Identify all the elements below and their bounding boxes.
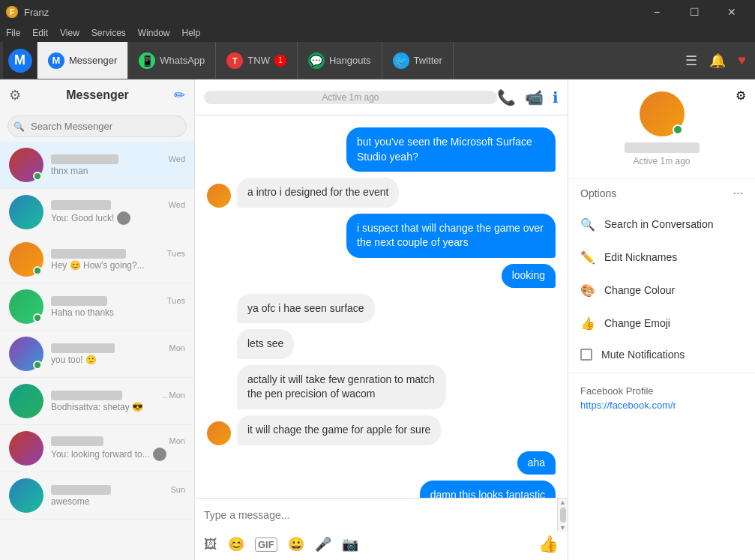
option-emoji[interactable]: 👍 Change Emoji [568, 307, 755, 340]
contact-name [51, 436, 103, 446]
contact-name [51, 249, 126, 259]
contact-preview: awesome [51, 496, 185, 507]
tab-whatsapp-label: WhatsApp [160, 55, 205, 66]
profile-avatar-wrap [640, 91, 685, 136]
titlebar-left: F Franz [6, 6, 49, 18]
info-icon[interactable]: ℹ [553, 88, 559, 106]
message-input[interactable] [204, 506, 548, 524]
camera-icon[interactable]: 📷 [342, 536, 358, 553]
bell-icon[interactable]: 🔔 [709, 52, 726, 69]
message-row: a intro i designed for the event [207, 178, 556, 208]
tab-home[interactable]: M [3, 42, 37, 79]
message-row: actally it will take few genration to ma… [207, 365, 556, 409]
phone-icon[interactable]: 📞 [497, 88, 516, 106]
option-mute[interactable]: Mute Notifications [568, 340, 755, 370]
online-indicator [33, 266, 42, 275]
online-indicator [33, 172, 42, 181]
contact-item[interactable]: Tues Haha no thanks [0, 283, 194, 331]
message-bubble: a intro i designed for the event [237, 178, 399, 208]
contact-item[interactable]: Sun awesome [0, 472, 194, 520]
gif-icon[interactable]: GIF [255, 538, 277, 552]
edit-nicknames-label: Edit Nicknames [604, 251, 677, 263]
message-bubble: it will chage the game for apple for sur… [237, 415, 441, 445]
profile-settings-icon[interactable]: ⚙ [736, 88, 746, 103]
menu-edit[interactable]: Edit [32, 28, 48, 38]
compose-icon[interactable]: ✏ [174, 87, 185, 103]
menu-services[interactable]: Services [91, 28, 126, 38]
contact-info: Mon You: looking forward to... [51, 436, 185, 461]
video-icon[interactable]: 📹 [525, 88, 544, 106]
contact-name-row: Tues [51, 249, 185, 259]
chat-area: Active 1m ago 📞 📹 ℹ but you've seen the … [195, 79, 568, 560]
settings-icon[interactable]: ⚙ [9, 87, 21, 103]
contact-time: Wed [169, 200, 185, 209]
menu-help[interactable]: Help [182, 28, 201, 38]
option-search[interactable]: 🔍 Search in Conversation [568, 208, 755, 241]
tab-twitter[interactable]: 🐦 Twitter [382, 42, 454, 79]
contact-time: Tues [167, 249, 185, 258]
contact-item[interactable]: Tues Hey 😊 How's going?... [0, 236, 194, 283]
change-colour-icon: 🎨 [580, 283, 595, 298]
contact-item[interactable]: Mon You: looking forward to... [0, 425, 194, 472]
contact-name [51, 485, 111, 495]
messages-container: but you've seen the Microsoft Surface St… [195, 115, 568, 498]
option-nicknames[interactable]: ✏️ Edit Nicknames [568, 241, 755, 274]
mic-icon[interactable]: 🎤 [315, 536, 331, 553]
contact-info: .. Mon Bodhisattva: shetay 😎 [51, 391, 185, 412]
send-button[interactable]: 👍 [538, 535, 559, 554]
image-icon[interactable]: 🖼 [204, 537, 217, 553]
option-colour[interactable]: 🎨 Change Colour [568, 274, 755, 307]
contact-name-row: Tues [51, 296, 185, 306]
contact-item[interactable]: Wed thnx man [0, 142, 194, 189]
titlebar-title: Franz [24, 7, 49, 18]
maximize-button[interactable]: ☐ [677, 0, 712, 24]
minimize-button[interactable]: − [640, 0, 674, 24]
options-title: Options [580, 187, 616, 199]
tab-twitter-label: Twitter [414, 55, 442, 66]
scroll-up-arrow[interactable]: ▲ [559, 499, 566, 506]
change-emoji-label: Change Emoji [604, 317, 670, 329]
tab-messenger[interactable]: M Messenger [37, 42, 128, 79]
scroll-down-arrow[interactable]: ▼ [559, 524, 566, 532]
contact-info: Wed You: Good luck! [51, 200, 185, 225]
avatar [9, 478, 43, 513]
tabbar: M M Messenger 📱 WhatsApp T TNW 1 💬 Hango… [0, 42, 755, 79]
hamburger-icon[interactable]: ☰ [685, 52, 697, 69]
avatar [9, 195, 43, 229]
menu-file[interactable]: File [6, 28, 20, 38]
menu-view[interactable]: View [60, 28, 79, 38]
contact-name-row: .. Mon [51, 391, 185, 400]
sender-avatar [207, 184, 231, 208]
contact-time: .. Mon [162, 391, 185, 400]
contact-preview: You: Good luck! [51, 211, 185, 225]
tab-tnw[interactable]: T TNW 1 [216, 42, 298, 79]
emoji-icon[interactable]: 😀 [288, 536, 304, 553]
profile-status: Active 1m ago [633, 156, 690, 166]
fb-profile-link[interactable]: https://facebook.com/r [580, 400, 743, 411]
tab-whatsapp[interactable]: 📱 WhatsApp [128, 42, 216, 79]
fb-profile-title: Facebook Profile [580, 385, 743, 397]
contact-item[interactable]: Mon you too! 🙂 [0, 331, 194, 378]
options-more-icon[interactable]: ··· [733, 187, 743, 200]
message-bubble: lets see [237, 329, 294, 359]
heart-icon[interactable]: ♥ [738, 52, 746, 68]
fb-profile-section: Facebook Profile https://facebook.com/r [568, 376, 755, 420]
contact-name-row: Wed [51, 200, 185, 210]
search-input[interactable] [7, 115, 187, 137]
contact-item[interactable]: .. Mon Bodhisattva: shetay 😎 [0, 378, 194, 425]
menu-window[interactable]: Window [138, 28, 170, 38]
tab-hangouts[interactable]: 💬 Hangouts [298, 42, 382, 79]
tab-tnw-label: TNW [247, 55, 270, 66]
contact-time: Mon [169, 343, 185, 352]
divider [568, 373, 755, 373]
scroll-thumb [560, 508, 566, 523]
contact-name [51, 391, 122, 400]
search-in-conv-label: Search in Conversation [604, 218, 714, 230]
sticker-icon[interactable]: 😊 [228, 536, 244, 553]
online-indicator [33, 361, 42, 370]
contact-item[interactable]: Wed You: Good luck! [0, 189, 194, 236]
message-row: ya ofc i hae seen surface [207, 294, 556, 324]
contact-preview: you too! 🙂 [51, 355, 185, 365]
message-row: lets see [207, 329, 556, 359]
close-button[interactable]: ✕ [715, 0, 749, 24]
